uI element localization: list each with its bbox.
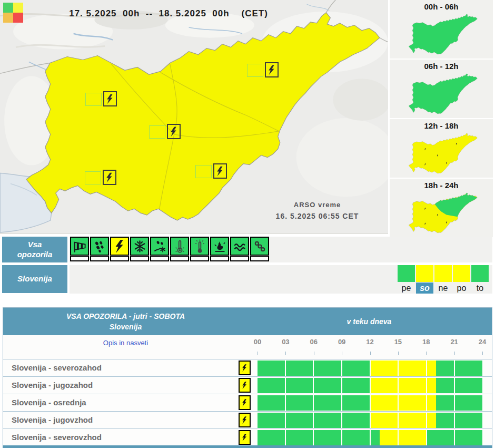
snow-icon[interactable] (130, 237, 149, 256)
green-segment (455, 361, 482, 376)
warning-map: 17. 5.2025 00h -- 18. 5.2025 00h (CET) A… (0, 0, 388, 234)
hour-label-03: 03 (282, 338, 289, 346)
green-segment (314, 378, 341, 393)
yellow-warning-segment (399, 361, 426, 376)
timeline-block-15-18 (399, 395, 426, 411)
timeline-block-00-03 (258, 413, 285, 428)
warning-filter-sleet[interactable] (150, 237, 169, 261)
timeline-block-03-06 (286, 430, 313, 445)
thunderstorm-icon (239, 378, 251, 393)
tile-title: 00h - 06h (390, 2, 493, 11)
warning-filter-wind[interactable] (70, 237, 89, 261)
region-label: Slovenija (17, 274, 52, 284)
table-row-osrednja[interactable]: Slovenija - osrednja (3, 394, 492, 411)
day-status-square-po[interactable] (453, 265, 470, 282)
region-row-label: Slovenija - jugovzhod (12, 412, 93, 428)
timeline-block-21-24 (455, 378, 482, 393)
timeline-block-21-24 (455, 413, 482, 428)
ice-icon[interactable] (250, 237, 269, 256)
tile-title: 18h - 24h (390, 181, 493, 190)
timeline-block-06-09 (314, 395, 341, 411)
region-rows: Slovenija - severozahodSlovenija - jugoz… (3, 359, 492, 446)
warning-filter-cold[interactable] (170, 237, 189, 261)
timeline-block-12-15 (371, 361, 398, 376)
day-tab-pe[interactable]: pe (398, 265, 415, 294)
thunderstorm-icon[interactable] (110, 237, 129, 256)
timeline-block-03-06 (286, 378, 313, 393)
warning-filter-ice[interactable] (250, 237, 269, 261)
timeline-block-21-24 (455, 430, 482, 445)
warning-filter-heat[interactable] (190, 237, 209, 261)
timeline-block-12-15 (371, 378, 398, 393)
timeline-block-15-18 (399, 413, 426, 428)
warning-filter-snow-cell (130, 256, 149, 261)
day-status-square-ne[interactable] (434, 265, 452, 282)
table-title-line2: Slovenija (110, 323, 142, 331)
timeline-block-06-09 (314, 413, 341, 428)
table-row-severovzhod[interactable]: Slovenija - severovzhod (3, 428, 492, 446)
day-label-ne[interactable]: ne (434, 283, 452, 294)
hour-label-09: 09 (338, 338, 345, 346)
green-segment (258, 413, 285, 428)
day-label-po[interactable]: po (453, 283, 470, 294)
day-label-pe[interactable]: pe (398, 283, 415, 294)
cold-icon[interactable] (170, 237, 189, 256)
green-segment (436, 361, 454, 376)
timeline-block-18-21 (427, 395, 454, 411)
sea-icon[interactable] (230, 237, 249, 256)
warning-filter-thunderstorm[interactable] (110, 237, 129, 261)
green-segment (455, 413, 482, 428)
warning-filter-wildfire[interactable] (210, 237, 229, 261)
yellow-warning-segment (371, 395, 398, 411)
hour-tick-12 (370, 352, 371, 355)
green-segment (286, 430, 313, 445)
slovenia-country-shape (0, 0, 388, 233)
day-tab-ne[interactable]: ne (434, 265, 452, 294)
timeline-block-03-06 (286, 361, 313, 376)
mini-map-00-06 (398, 12, 484, 57)
day-label-so[interactable]: so (416, 283, 433, 294)
table-header: VSA OPOZORILA - jutri - SOBOTA Slovenija… (3, 308, 492, 335)
warning-filter-rain[interactable] (90, 237, 109, 261)
timeline-block-06-09 (314, 378, 341, 393)
green-segment (436, 378, 454, 393)
table-row-jugovzhod[interactable]: Slovenija - jugovzhod (3, 411, 492, 428)
yellow-warning-segment (427, 413, 436, 428)
warning-filter-snow[interactable] (130, 237, 149, 261)
table-row-jugozahod[interactable]: Slovenija - jugozahod (3, 376, 492, 394)
day-label-to[interactable]: to (471, 283, 489, 294)
warning-timeline (258, 430, 482, 445)
timeline-block-00-03 (258, 361, 285, 376)
table-subheader: Opis in nasveti 000306091215182124 (3, 335, 492, 359)
timeline-block-03-06 (286, 395, 313, 411)
sleet-icon[interactable] (150, 237, 169, 256)
day-status-square-so[interactable] (416, 265, 433, 282)
timeline-block-15-18 (399, 361, 426, 376)
warning-timeline (258, 361, 482, 376)
timeline-block-18-21 (427, 430, 454, 445)
warnings-table: VSA OPOZORILA - jutri - SOBOTA Slovenija… (3, 307, 492, 446)
warning-timeline (258, 395, 482, 411)
timeline-block-12-15 (371, 395, 398, 411)
mini-map-06-12 (398, 71, 484, 116)
mini-map-12-18 (398, 131, 484, 176)
warning-timeline (258, 378, 482, 393)
day-status-square-pe[interactable] (398, 265, 415, 282)
rain-icon[interactable] (90, 237, 109, 256)
warning-filter-sleet-cell (150, 256, 169, 261)
warning-filter-thunderstorm-cell (110, 256, 129, 261)
yellow-warning-segment (399, 395, 426, 411)
day-tab-po[interactable]: po (453, 265, 470, 294)
day-tab-to[interactable]: to (471, 265, 489, 294)
day-status-square-to[interactable] (471, 265, 489, 282)
timeline-block-18-21 (427, 413, 454, 428)
day-tab-so[interactable]: so (416, 265, 433, 294)
heat-icon[interactable] (190, 237, 209, 256)
warning-filter-sea[interactable] (230, 237, 249, 261)
wildfire-icon[interactable] (210, 237, 229, 256)
timeline-block-09-12 (342, 395, 370, 411)
green-segment (342, 395, 370, 411)
timeline-block-09-12 (342, 361, 370, 376)
table-row-severozahod[interactable]: Slovenija - severozahod (3, 359, 492, 376)
wind-icon[interactable] (70, 237, 89, 256)
